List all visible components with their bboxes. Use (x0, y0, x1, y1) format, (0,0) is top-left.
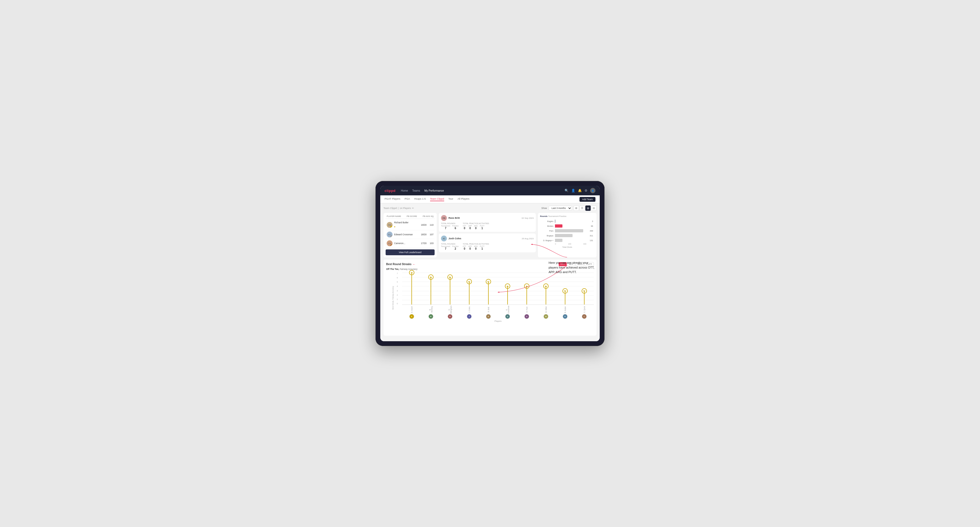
nav-teams[interactable]: Teams (412, 189, 420, 192)
sub-nav-hcaps[interactable]: Hcaps 1-5 (414, 197, 426, 201)
x-axis-item: R. BrittR (479, 306, 498, 319)
tab-putt[interactable]: PUTT (584, 262, 594, 266)
x-axis-item: C. QuickC (575, 306, 594, 319)
team-name: Team Clippd (383, 207, 397, 210)
arg-stat-2: ARG 0 (474, 245, 478, 250)
rounds-label-1: Total Rounds (441, 222, 458, 224)
sub-nav-pgat[interactable]: PGAT Players (385, 197, 400, 201)
sub-nav-links: PGAT Players PGA Hcaps 1-5 Team Clippd T… (385, 197, 579, 201)
grid-view-btn[interactable]: ⊞ (574, 205, 579, 211)
tab-app[interactable]: APP (567, 262, 575, 266)
sub-nav-all-players[interactable]: All Players (458, 197, 469, 201)
tournament-label-1: Tournament (441, 225, 450, 227)
player-x-name: M. Miller (545, 306, 547, 314)
player-x-avatar: J (467, 314, 472, 319)
lollipop-item: 5x (460, 273, 479, 305)
tournament-val-1: 7 (445, 227, 446, 230)
card-player-name-2: Josh Coles (449, 237, 461, 240)
player-scores-3: 17/20 103 (421, 242, 434, 244)
team-controls: Show Last 3 months ⊞ ☰ ▤ ⊟ (541, 205, 597, 211)
user-avatar[interactable]: 👤 (590, 188, 595, 193)
player-row[interactable]: RB 1 Richard Butler ♥ 19/20 110 (386, 220, 434, 230)
view-leaderboard-button[interactable]: View Full Leaderboard (386, 249, 434, 255)
bar-value-bogeys: 311 (590, 235, 593, 237)
nav-icons: 🔍 👤 🔔 ⚙ 👤 (565, 188, 595, 193)
practice-stat-1: Practice 6 (452, 225, 458, 230)
streaks-arrow-icon: ← (412, 262, 416, 266)
card-player-name-1: Rees Britt (449, 217, 460, 219)
sub-nav-team-clippd[interactable]: Team Clippd (430, 197, 444, 201)
bar-label-dbogeys: D. Bogeys + (540, 240, 554, 241)
y-tick-7: 7 (397, 273, 398, 275)
team-header: Team Clippd | 14 Players ✏ Show Last 3 m… (383, 205, 597, 211)
player-x-avatar: C (582, 314, 587, 319)
y-tick-6: 6 (397, 277, 398, 279)
player-count: 14 Players (399, 207, 411, 210)
list-view-btn[interactable]: ☰ (579, 205, 585, 211)
bar-row-dbogeys: D. Bogeys + 131 (540, 239, 586, 242)
nav-my-performance[interactable]: My Performance (424, 189, 444, 192)
nav-links: Home Teams My Performance (401, 189, 565, 192)
pb-score-3: 17/20 (421, 242, 426, 244)
card-view-btn[interactable]: ▤ (585, 205, 591, 211)
grid-line-0 (402, 305, 594, 305)
lollipop-item: 5x (479, 273, 498, 305)
table-view-btn[interactable]: ⊟ (591, 205, 597, 211)
player-avatar-2: EC 2 (387, 232, 393, 237)
user-icon[interactable]: 👤 (571, 189, 575, 192)
pb-score-1: 19/20 (421, 224, 426, 226)
sub-nav-pga[interactable]: PGA (404, 197, 410, 201)
player-row[interactable]: CA 3 Cameron... 17/20 103 (386, 239, 434, 248)
sub-nav-tour[interactable]: Tour (449, 197, 453, 201)
team-title: Team Clippd | 14 Players ✏ (383, 207, 414, 210)
player-x-name: R. Britt (488, 306, 490, 314)
lollipop-stem (508, 286, 508, 305)
pb-score-2: 18/20 (421, 233, 426, 236)
bar-value-dbogeys: 131 (590, 239, 593, 242)
bar-container-birdies: 96 (555, 224, 586, 227)
putt-stat-1: PUTT 1 (480, 225, 484, 230)
bar-fill-dbogeys (555, 239, 562, 242)
bell-icon[interactable]: 🔔 (578, 189, 582, 192)
y-tick-3: 3 (397, 290, 398, 292)
y-tick-0: 0 (397, 303, 398, 305)
search-icon[interactable]: 🔍 (565, 189, 568, 192)
lollipop-item: 4x (536, 273, 555, 305)
card-date-2: 26 Aug 2023 (522, 237, 534, 240)
add-team-button[interactable]: Add Team (579, 197, 595, 202)
period-dropdown[interactable]: Last 3 months (549, 206, 572, 211)
edit-icon[interactable]: ✏ (412, 207, 414, 210)
bar-row-pars: Pars 499 (540, 229, 586, 232)
card-avatar-1: RB (441, 215, 447, 221)
streaks-title-text: Best Round Streaks (386, 263, 412, 266)
nav-bar: clippd Home Teams My Performance 🔍 👤 🔔 ⚙… (380, 186, 600, 195)
x-axis-container: E. EwertEB. McHergBD. BillinghamDJ. Cole… (402, 305, 594, 319)
lollipop-stem (546, 286, 546, 305)
player-x-avatar: M (544, 314, 548, 319)
lollipop-item: 4x (517, 273, 536, 305)
nav-home[interactable]: Home (401, 189, 408, 192)
player-row[interactable]: EC 2 Edward Crossman 18/20 107 (386, 230, 434, 239)
y-tick-4: 4 (397, 285, 398, 287)
card-stats-1: Total Rounds Tournament 7 Practice (441, 222, 534, 230)
lollipop-stem (431, 277, 431, 305)
x-axis-item: M. MillerM (536, 306, 555, 319)
rank-badge-2: 2 (390, 235, 393, 237)
x-axis-item: R. ButlerR (555, 306, 575, 319)
practice-act-sub-1: OTT 0 APP 0 ARG (463, 225, 489, 230)
lollipop-item: 3x (555, 273, 575, 305)
tab-arg[interactable]: ARG (576, 262, 584, 266)
leaderboard-panel: PLAYER NAME PB SCORE PB AVG SQ RB 1 Ric (383, 213, 437, 257)
col-pb-avg: PB AVG SQ (423, 215, 434, 217)
rounds-group-1: Total Rounds Tournament 7 Practice (441, 222, 458, 230)
player-x-avatar: B (428, 314, 433, 319)
x-axis-item: D. BillinghamD (441, 306, 460, 319)
bar-chart-panel: Rounds Tournament Practice Eagles 3 (538, 213, 597, 257)
player-x-name: J. Coles (468, 306, 470, 314)
x-axis-item: D. FordD (517, 306, 536, 319)
x-label-200: 200 (568, 243, 571, 245)
settings-icon[interactable]: ⚙ (584, 189, 587, 192)
tab-ott[interactable]: OTT (559, 262, 567, 266)
bar-label-bogeys: Bogeys (540, 235, 554, 237)
lollipop-stem (488, 282, 488, 305)
